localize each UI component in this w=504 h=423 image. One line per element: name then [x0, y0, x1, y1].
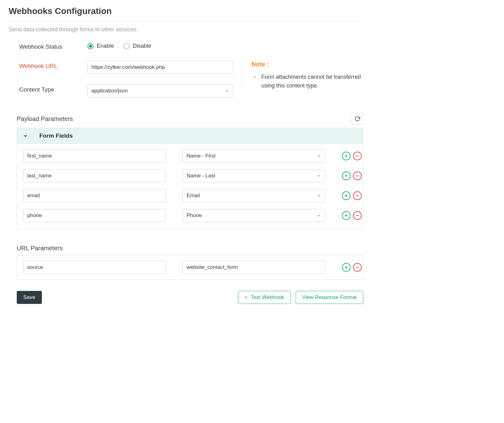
add-row-button[interactable]	[342, 191, 351, 200]
url-params-panel	[17, 255, 363, 280]
payload-mapping-value: Phone	[187, 212, 202, 219]
delete-row-button[interactable]	[353, 211, 362, 220]
plus-icon	[344, 213, 348, 218]
add-row-button[interactable]	[342, 211, 351, 220]
content-type-value: application/json	[91, 88, 128, 94]
note-title: Note :	[251, 61, 363, 68]
minus-icon	[355, 194, 360, 198]
payload-mapping-value: Name - Last	[187, 173, 215, 179]
url-param-key-input[interactable]	[23, 261, 166, 274]
arrow-right-icon: →	[251, 73, 257, 90]
form-fields-expander[interactable]	[17, 128, 34, 144]
content-type-label: Content Type	[19, 84, 78, 93]
url-param-row	[23, 261, 357, 274]
minus-icon	[355, 154, 360, 158]
payload-mapping-select[interactable]: Email	[183, 189, 325, 202]
add-row-button[interactable]	[342, 263, 351, 272]
payload-mapping-value: Email	[187, 193, 200, 199]
divider	[9, 22, 363, 22]
test-webhook-label: Test Webhook	[251, 294, 284, 301]
minus-icon	[355, 265, 360, 269]
reload-icon	[355, 116, 360, 122]
chevron-down-icon	[317, 194, 321, 198]
plus-icon	[344, 265, 348, 269]
payload-mapping-value: Name - First	[187, 153, 216, 159]
play-icon	[245, 296, 248, 299]
reload-button[interactable]	[351, 113, 363, 125]
chevron-down-icon	[23, 133, 28, 139]
payload-key-input[interactable]	[23, 209, 166, 222]
payload-key-input[interactable]	[23, 149, 166, 163]
payload-mapping-select[interactable]: Name - Last	[183, 169, 325, 182]
webhook-status-enable-radio[interactable]: Enable	[87, 43, 114, 49]
payload-section-label: Payload Parameters	[17, 115, 73, 122]
save-button[interactable]: Save	[17, 291, 42, 304]
webhook-status-label: Webhook Status	[19, 42, 78, 50]
delete-row-button[interactable]	[353, 191, 362, 200]
page-title: Webhooks Configuration	[9, 6, 363, 16]
delete-row-button[interactable]	[353, 171, 362, 180]
url-params-section-label: URL Parameters	[17, 245, 63, 252]
note-text: Form attachments cannot be transferred u…	[261, 73, 363, 90]
webhook-url-label: Webhook URL	[19, 61, 78, 69]
webhook-status-radiogroup: Enable Disable	[87, 42, 233, 49]
payload-row: Email	[23, 189, 357, 202]
plus-icon	[344, 194, 348, 198]
plus-icon	[344, 174, 348, 178]
chevron-down-icon	[317, 154, 321, 158]
add-row-button[interactable]	[342, 171, 351, 180]
chevron-down-icon	[317, 174, 321, 178]
note-panel: Note : → Form attachments cannot be tran…	[242, 61, 363, 90]
plus-icon	[344, 154, 348, 158]
page-description: Send data collected through forms to oth…	[9, 26, 363, 33]
payload-key-input[interactable]	[23, 169, 166, 182]
enable-label: Enable	[97, 43, 114, 49]
payload-panel: Form Fields Name - FirstName - LastEmail…	[17, 128, 363, 229]
add-row-button[interactable]	[342, 152, 351, 160]
payload-mapping-select[interactable]: Phone	[183, 209, 325, 222]
payload-row: Name - First	[23, 149, 357, 163]
webhook-url-input[interactable]	[87, 61, 233, 74]
test-webhook-button[interactable]: Test Webhook	[238, 291, 290, 304]
view-response-format-button[interactable]: View Response Format	[296, 291, 363, 304]
delete-row-button[interactable]	[353, 152, 362, 160]
disable-label: Disable	[133, 43, 151, 49]
minus-icon	[355, 174, 360, 178]
payload-row: Phone	[23, 209, 357, 222]
payload-key-input[interactable]	[23, 189, 166, 202]
minus-icon	[355, 213, 360, 218]
chevron-down-icon	[317, 213, 321, 218]
content-type-select[interactable]: application/json	[87, 84, 233, 97]
url-param-value-input[interactable]	[183, 261, 325, 274]
chevron-down-icon	[225, 89, 229, 93]
svg-marker-15	[245, 296, 248, 299]
form-fields-header: Form Fields	[34, 128, 78, 144]
payload-mapping-select[interactable]: Name - First	[183, 149, 325, 163]
delete-row-button[interactable]	[353, 263, 362, 272]
payload-row: Name - Last	[23, 169, 357, 182]
webhook-status-disable-radio[interactable]: Disable	[123, 43, 151, 49]
